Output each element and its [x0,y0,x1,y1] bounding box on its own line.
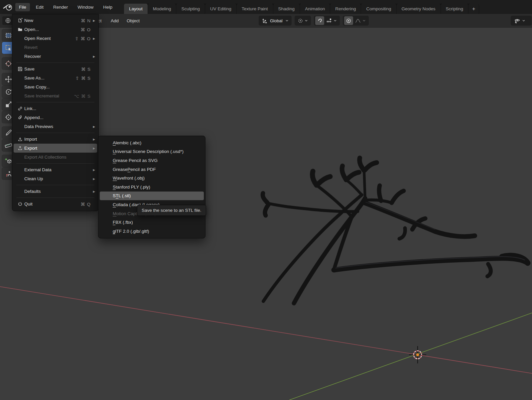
falloff-dropdown[interactable] [353,16,367,25]
menu-item-label: Save [24,67,77,71]
object-origin-dot [416,353,419,356]
proportional-editing-toggle[interactable] [344,16,353,25]
menu-item-label: Export All Collections [24,155,87,160]
file-menu-item-external-data[interactable]: External Data▶ [14,165,97,174]
export-item-universal-scene-description-usd[interactable]: Universal Scene Description (.usd*) [100,147,204,156]
folder-open-icon [16,27,24,32]
file-menu-item-quit[interactable]: Quit⌘ Q [14,200,97,208]
file-menu-item-save-as[interactable]: Save As...⇧ ⌘ S [14,73,97,82]
menu-item-label: Save Incremental [24,93,70,98]
file-menu-item-save-copy[interactable]: Save Copy... [14,82,97,91]
tab-compositing[interactable]: Compositing [361,4,396,14]
menu-item-shortcut: ⌘ O [80,27,91,32]
move-icon [5,75,12,83]
menubar-item-render[interactable]: Render [50,3,71,11]
object-visibility-dropdown[interactable] [511,16,532,26]
scale-icon [5,101,12,108]
pivot-point-dropdown[interactable] [295,16,311,26]
file-menu-item-append[interactable]: Append... [14,113,97,122]
file-menu-item-new[interactable]: New⌘ N▶ [14,16,97,25]
file-menu-item-revert[interactable]: Revert [14,43,97,52]
export-item-wavefront-obj[interactable]: Wavefront (.obj) [100,174,204,183]
file-new-icon [16,18,24,23]
tab-rendering[interactable]: Rendering [330,4,361,14]
menu-item-label: Save Copy... [24,84,87,89]
snap-target-dropdown[interactable] [324,16,338,25]
chevron-down-icon [285,19,289,22]
menubar-item-window[interactable]: Window [74,3,97,11]
visibility-eye-icon [514,18,521,24]
menu-item-label: Export [24,146,87,151]
menu-separator [16,185,94,185]
export-item-alembic-abc[interactable]: Alembic (.abc) [100,138,204,147]
menu-item-label: Clean Up [24,176,87,181]
menubar-item-file[interactable]: File [15,3,30,11]
file-menu-item-recover[interactable]: Recover▶ [14,52,97,61]
topbar: FileEditRenderWindowHelp LayoutModelingS… [0,0,532,14]
menu-item-label: Import [24,137,87,142]
tab-scripting[interactable]: Scripting [441,4,468,14]
menu-item-shortcut: ⌘ Q [80,201,91,207]
menubar-item-help[interactable]: Help [99,3,116,11]
file-menu-item-open-recent[interactable]: Open Recent⇧ ⌘ O▶ [14,34,97,43]
file-menu-item-export-all-collections[interactable]: Export All Collections [14,153,97,162]
power-icon [16,201,24,206]
menu-item-label: Open Recent [24,36,71,41]
file-menu-item-open[interactable]: Open...⌘ O [14,25,97,34]
menu-item-shortcut: ⇧ ⌘ S [75,75,91,81]
extras-icon [5,170,12,178]
add-workspace-button[interactable]: + [468,4,479,14]
submenu-arrow-icon: ▶ [91,125,95,128]
file-menu-item-clean-up[interactable]: Clean Up▶ [14,174,97,183]
tab-texture-paint[interactable]: Texture Paint [237,4,273,14]
export-icon [16,146,24,151]
export-item-grease-pencil-as-svg[interactable]: Grease Pencil as SVG [100,156,204,165]
file-menu-item-defaults[interactable]: Defaults▶ [14,187,97,196]
submenu-arrow-icon: ▶ [91,37,95,40]
menu-item-shortcut: ⌘ N [81,18,91,23]
tab-animation[interactable]: Animation [300,4,330,14]
menu-separator [16,133,94,133]
file-menu-item-link[interactable]: Link... [14,104,97,113]
orientation-value: Global [270,18,283,23]
transform-orientation-dropdown[interactable]: Global [259,16,292,26]
menubar-item-edit[interactable]: Edit [32,3,47,11]
export-submenu-panel: Alembic (.abc)Universal Scene Descriptio… [98,136,205,238]
scene-object-branches[interactable] [263,158,528,303]
file-menu-item-data-previews[interactable]: Data Previews▶ [14,122,97,131]
export-item-stanford-ply-ply[interactable]: Stanford PLY (.ply) [100,183,204,192]
chevron-down-icon [362,19,366,22]
viewport-menu-add[interactable]: Add [111,14,119,27]
snap-toggle[interactable] [315,16,324,25]
export-item-gltf-2-0-glb-gltf[interactable]: glTF 2.0 (.glb/.gltf) [100,227,204,236]
link-icon [16,106,24,111]
tab-layout[interactable]: Layout [124,4,148,14]
export-item-fbx-fbx[interactable]: FBX (.fbx) [100,218,204,227]
paperclip-icon [16,115,24,120]
tab-shading[interactable]: Shading [273,4,300,14]
submenu-arrow-icon: ▶ [91,190,95,193]
viewport-menu-object[interactable]: Object [127,14,140,27]
stl-tooltip: Save the scene to an STL file. [137,205,206,216]
tab-modeling[interactable]: Modeling [148,4,176,14]
tooltip-text: Save the scene to an STL file. [142,208,201,213]
file-menu-item-import[interactable]: Import▶ [14,135,97,144]
export-item-stl-stl[interactable]: STL (.stl) [100,192,204,200]
menu-item-label: Append... [24,115,87,120]
tweak-select-icon [5,44,12,52]
tab-uv-editing[interactable]: UV Editing [205,4,236,14]
tab-sculpting[interactable]: Sculpting [176,4,205,14]
chevron-down-icon [333,19,337,22]
export-item-grease-pencil-as-pdf[interactable]: Grease Pencil as PDF [100,165,204,174]
submenu-arrow-icon: ▶ [91,168,95,172]
file-menu-item-save-incremental[interactable]: Save Incremental⌥ ⌘ S [14,91,97,100]
menu-item-label: Save As... [24,75,71,80]
file-menu-item-export[interactable]: Export▶ [14,144,97,153]
tab-geometry-nodes[interactable]: Geometry Nodes [397,4,441,14]
select-box-icon [5,32,12,39]
file-menu-item-save[interactable]: Save⌘ S [14,65,97,73]
proportional-editing-control [343,16,369,26]
workspace-tabs: LayoutModelingSculptingUV EditingTexture… [124,4,479,14]
menu-item-label: Quit [24,201,76,206]
header-controls: Global [259,16,372,26]
